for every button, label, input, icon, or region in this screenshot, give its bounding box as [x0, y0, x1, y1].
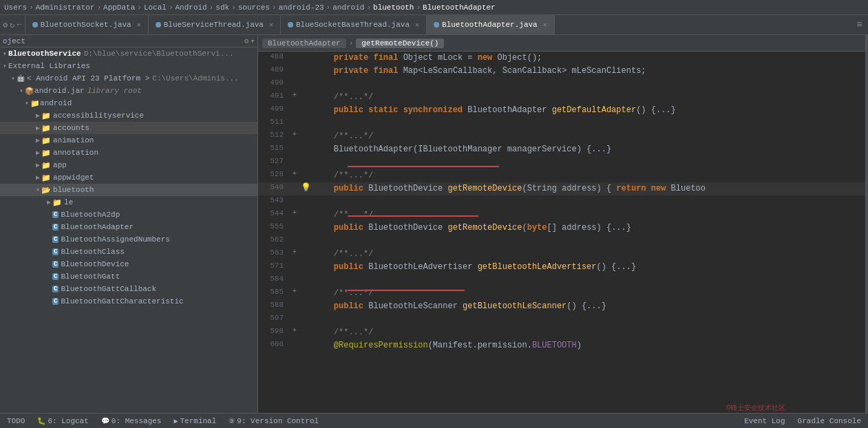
tree-item-bluetooth-device[interactable]: ▶ C BluetoothDevice [0, 258, 257, 270]
tab-close-icon[interactable]: ✕ [543, 21, 547, 29]
status-logcat[interactable]: 🐛 6: Logcat [34, 416, 91, 426]
tree-item-android-folder[interactable]: ▾ 📁 android [0, 97, 257, 109]
version-control-icon: ⑨ [229, 417, 235, 425]
breadcrumb-appdata[interactable]: AppData [103, 3, 135, 12]
line-number: 543 [258, 195, 289, 204]
class-icon: C [52, 211, 59, 218]
breadcrumb-users[interactable]: Users [4, 3, 27, 12]
code-breadcrumb-class[interactable]: BluetoothAdapter [262, 39, 346, 48]
breadcrumb-bluetooth-adapter[interactable]: BluetoothAdapter [423, 3, 496, 12]
back-icon[interactable]: ← [17, 20, 21, 30]
chevron-down-icon[interactable]: ▾ [250, 36, 255, 45]
breadcrumb-bluetooth[interactable]: bluetooth [373, 3, 414, 12]
sync-icon[interactable]: ↻ [10, 20, 14, 30]
fold-gutter[interactable] [289, 300, 300, 301]
arrow-icon: ▾ [3, 62, 7, 70]
tree-item-bluetooth-gatt[interactable]: ▶ C BluetoothGatt [0, 270, 257, 283]
android-icon: 🤖 [17, 74, 25, 83]
fold-gutter[interactable] [289, 52, 300, 52]
tab-bluetooth-adapter[interactable]: BluetoothAdapter.java ✕ [427, 15, 555, 34]
fold-gutter[interactable]: + [289, 169, 300, 178]
fold-gutter[interactable] [289, 222, 300, 222]
breadcrumb-android23[interactable]: android-23 [279, 3, 324, 12]
fold-gutter[interactable] [289, 261, 300, 261]
tree-item-app[interactable]: ▶ 📁 app [0, 159, 257, 171]
tree-label: BluetoothClass [61, 248, 124, 256]
tree-item-bluetooth-gatt-callback[interactable]: ▶ C BluetoothGattCallback [0, 283, 257, 295]
sep8: › [326, 3, 331, 12]
breadcrumb-sources[interactable]: sources [238, 3, 270, 12]
fold-gutter[interactable]: + [289, 326, 300, 334]
status-messages[interactable]: 💬 0: Messages [98, 416, 165, 426]
code-row-555: 555 public BluetoothDevice getRemoteDevi… [258, 222, 865, 235]
code-breadcrumb: BluetoothAdapter › getRemoteDevice() [258, 35, 865, 52]
status-todo[interactable]: TODO [4, 416, 28, 426]
tree-label: bluetooth [53, 186, 94, 194]
tree-label: BluetoothService [8, 50, 81, 58]
tree-item-appwidget[interactable]: ▶ 📁 appwidget [0, 171, 257, 184]
fold-gutter[interactable] [289, 104, 300, 105]
tree-item-accessibilityservice[interactable]: ▶ 📁 accessibilityservice [0, 109, 257, 122]
line-code: /**...*/ [311, 287, 865, 300]
fold-gutter [289, 313, 300, 314]
tree-item-le[interactable]: ▶ 📁 le [0, 196, 257, 208]
fold-gutter[interactable] [289, 65, 300, 65]
tree-item-android-platform[interactable]: ▾ 🤖 < Android API 23 Platform > C:\Users… [0, 72, 257, 85]
tab-close-icon[interactable]: ✕ [137, 21, 141, 29]
spacer: ▶ [47, 297, 51, 306]
tree-item-android-jar[interactable]: ▾ 📦 android.jar library root [0, 85, 257, 97]
tree-label: annotation [53, 149, 98, 157]
status-event-log[interactable]: Event Log [741, 416, 787, 426]
code-row-488: 488 private final Object mLock = new Obj… [258, 52, 865, 65]
breadcrumb-local[interactable]: Local [144, 3, 167, 12]
fold-gutter[interactable] [289, 339, 300, 340]
tree-item-external-libraries[interactable]: ▾ External Libraries [0, 60, 257, 72]
line-number: 562 [258, 235, 289, 244]
right-scrollbar[interactable] [865, 35, 868, 413]
code-breadcrumb-method[interactable]: getRemoteDevice() [356, 39, 444, 48]
code-row-585: 585 + /**...*/ [258, 287, 865, 300]
breadcrumb-sdk[interactable]: sdk [215, 3, 229, 12]
tab-blue-service-thread[interactable]: BlueServiceThread.java ✕ [149, 15, 281, 34]
spacer: ▶ [47, 285, 51, 293]
tree-item-animation[interactable]: ▶ 📁 animation [0, 134, 257, 147]
line-number: 490 [258, 78, 289, 87]
fold-gutter[interactable]: + [289, 91, 300, 99]
tab-close-icon[interactable]: ✕ [269, 21, 273, 29]
fold-gutter[interactable]: + [289, 130, 300, 138]
fold-gutter[interactable]: + [289, 248, 300, 256]
tree-item-bluetooth-a2dp[interactable]: ▶ C BluetoothA2dp [0, 208, 257, 221]
breadcrumb-administrator[interactable]: Administrator [36, 3, 95, 12]
gear-icon[interactable]: ⚙ [3, 20, 8, 30]
status-terminal[interactable]: ▶ Terminal [171, 416, 219, 426]
tree-item-bluetooth-gatt-char[interactable]: ▶ C BluetoothGattCharacteristic [0, 295, 257, 308]
tab-overflow-button[interactable]: ≡ [851, 19, 868, 30]
line-gutter[interactable]: 💡 [300, 182, 311, 193]
line-number: 563 [258, 248, 289, 257]
tree-item-annotation[interactable]: ▶ 📁 annotation [0, 147, 257, 159]
tab-dot [288, 22, 293, 28]
code-content[interactable]: 488 private final Object mLock = new Obj… [258, 52, 865, 413]
breadcrumb-android2[interactable]: android [332, 3, 364, 12]
class-icon: C [52, 298, 59, 305]
fold-gutter[interactable]: + [289, 287, 300, 295]
tree-item-bluetooth-class[interactable]: ▶ C BluetoothClass [0, 246, 257, 258]
fold-gutter[interactable]: + [289, 208, 300, 217]
tab-close-icon[interactable]: ✕ [415, 21, 419, 29]
tree-item-bluetooth-service[interactable]: ▾ BluetoothService D:\blue\service\Bluet… [0, 47, 257, 60]
code-row-543: 543 [258, 195, 865, 208]
gear-settings-icon[interactable]: ⚙ [244, 36, 249, 45]
tree-item-accounts[interactable]: ▶ 📁 accounts [0, 122, 257, 134]
tree-item-bluetooth-assigned-numbers[interactable]: ▶ C BluetoothAssignedNumbers [0, 233, 257, 246]
fold-gutter[interactable] [289, 182, 300, 183]
tree-item-bluetooth-adapter-node[interactable]: ▶ C BluetoothAdapter [0, 221, 257, 233]
package-icon: 📁 [41, 111, 51, 120]
tab-bluetooth-socket[interactable]: BluetoothSocket.java ✕ [25, 15, 149, 34]
bulb-icon[interactable]: 💡 [301, 182, 311, 193]
status-version-control[interactable]: ⑨ 9: Version Control [226, 416, 321, 426]
tree-item-bluetooth[interactable]: ▾ 📂 bluetooth [0, 184, 257, 196]
fold-gutter[interactable] [289, 143, 300, 144]
tab-blue-socket-base[interactable]: BlueSocketBaseThread.java ✕ [281, 15, 427, 34]
breadcrumb-android[interactable]: Android [176, 3, 207, 12]
status-gradle-console[interactable]: Gradle Console [795, 416, 864, 426]
